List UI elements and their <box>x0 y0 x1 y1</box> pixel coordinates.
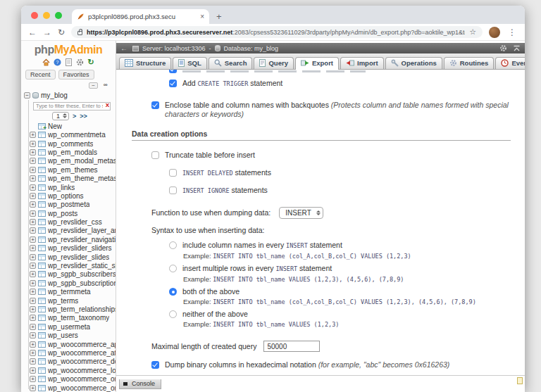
zoom-window-button[interactable] <box>55 12 62 19</box>
new-tab-button[interactable]: + <box>209 11 230 24</box>
table-row[interactable]: wp_em_modal_metas <box>21 157 116 165</box>
last-page-link[interactable]: >> <box>80 113 87 120</box>
server-breadcrumb[interactable]: Server: localhost:3306 <box>142 45 206 52</box>
page-corner-icon[interactable] <box>517 377 523 384</box>
expand-icon[interactable] <box>30 385 36 391</box>
expand-icon[interactable] <box>30 132 36 138</box>
checkbox[interactable] <box>169 70 177 73</box>
filter-input[interactable] <box>33 102 111 110</box>
database-breadcrumb[interactable]: Database: my_blog <box>224 45 279 52</box>
table-row[interactable]: wp_woocommerce_order_iter <box>21 384 116 392</box>
checkbox[interactable] <box>169 186 177 194</box>
table-row[interactable]: wp_terms <box>21 296 116 305</box>
radio[interactable] <box>169 265 177 272</box>
table-row[interactable]: wp_woocommerce_api_keys <box>21 340 116 348</box>
table-row[interactable]: wp_sgpb_subscription_error_ <box>21 279 116 287</box>
reload-icon[interactable]: ↻ <box>58 27 65 37</box>
expand-icon[interactable] <box>30 367 36 374</box>
radio[interactable] <box>169 288 177 296</box>
expand-icon[interactable] <box>30 175 36 182</box>
table-row[interactable]: wp_em_modals <box>21 148 116 156</box>
collapse-icon[interactable] <box>24 92 30 99</box>
collapse-panel-icon[interactable] <box>513 45 521 51</box>
table-row[interactable]: wp_em_themes <box>21 165 116 174</box>
refresh-icon[interactable]: ↻ <box>87 58 95 66</box>
table-row[interactable]: wp_revslider_navigations <box>21 235 116 244</box>
bookmark-star-icon[interactable]: ☆ <box>469 27 476 37</box>
back-icon[interactable]: ← <box>28 27 37 37</box>
tab-structure[interactable]: Structure <box>119 57 171 69</box>
phpmyadmin-logo[interactable]: phpMyAdmin <box>21 41 116 57</box>
home-icon[interactable] <box>42 58 50 66</box>
tab-export[interactable]: Export <box>295 57 339 70</box>
table-row[interactable]: wp_revslider_slides <box>21 253 116 261</box>
expand-icon[interactable] <box>30 236 36 243</box>
checkbox[interactable] <box>151 361 159 369</box>
expand-icon[interactable] <box>30 149 36 156</box>
table-row[interactable]: wp_revslider_layer_animation <box>21 227 116 235</box>
nav-back-icon[interactable]: ← <box>120 44 128 52</box>
expand-icon[interactable] <box>30 289 36 295</box>
expand-icon[interactable] <box>30 167 36 173</box>
radio[interactable] <box>169 241 177 249</box>
table-row[interactable]: wp_options <box>21 191 116 200</box>
minimize-window-button[interactable] <box>43 12 50 19</box>
table-row[interactable]: wp_posts <box>21 209 116 217</box>
table-row[interactable]: wp_revslider_sliders <box>21 244 116 253</box>
table-row[interactable]: wp_postmeta <box>21 201 116 209</box>
table-row[interactable]: wp_em_theme_metas <box>21 174 116 182</box>
database-node[interactable]: my_blog <box>21 91 116 100</box>
table-row[interactable]: wp_revslider_css <box>21 217 116 226</box>
url-bar[interactable]: https://p3plcpnl0896.prod.phx3.secureser… <box>71 26 483 38</box>
settings-gear-icon[interactable] <box>76 58 84 66</box>
table-row[interactable]: wp_termmeta <box>21 288 116 296</box>
expand-icon[interactable] <box>30 306 36 312</box>
documentation-icon[interactable] <box>65 58 73 66</box>
checkbox[interactable] <box>151 101 159 109</box>
expand-icon[interactable] <box>30 263 36 269</box>
expand-icon[interactable] <box>30 350 36 356</box>
new-table-item[interactable]: New <box>21 122 116 131</box>
table-row[interactable]: wp_sgpb_subscribers <box>21 270 116 279</box>
expand-icon[interactable] <box>30 358 36 365</box>
function-select[interactable]: INSERT <box>279 207 323 219</box>
close-window-button[interactable] <box>31 12 38 19</box>
table-row[interactable]: wp_usermeta <box>21 322 116 331</box>
table-row[interactable]: wp_comments <box>21 139 116 148</box>
expand-icon[interactable] <box>30 158 36 164</box>
tab-routines[interactable]: Routines <box>444 57 495 69</box>
tab-operations[interactable]: Operations <box>385 57 442 69</box>
expand-icon[interactable] <box>30 245 36 251</box>
table-row[interactable]: wp_woocommerce_attribute_ <box>21 348 116 357</box>
table-row[interactable]: wp_term_taxonomy <box>21 314 116 322</box>
collapse-all-icon[interactable] <box>89 82 98 89</box>
expand-icon[interactable] <box>30 201 36 208</box>
expand-icon[interactable] <box>30 376 36 382</box>
max-length-input[interactable] <box>263 341 320 352</box>
checkbox[interactable] <box>169 80 177 87</box>
tab-events[interactable]: Events <box>495 57 525 69</box>
table-row[interactable]: wp_woocommerce_order_iter <box>21 374 116 383</box>
expand-icon[interactable] <box>30 315 36 321</box>
table-row[interactable]: wp_woocommerce_download <box>21 358 116 366</box>
expand-icon[interactable] <box>30 254 36 260</box>
tab-close-icon[interactable]: × <box>200 13 204 20</box>
unlink-panel-icon[interactable] <box>101 82 110 89</box>
browser-tab[interactable]: p3plcpnl0896.prod.phx3.secu × <box>72 9 209 24</box>
expand-icon[interactable] <box>30 332 36 339</box>
expand-icon[interactable] <box>30 271 36 277</box>
tab-query[interactable]: Query <box>254 57 293 69</box>
forward-icon[interactable]: → <box>43 27 51 37</box>
tab-sql[interactable]: SQL <box>173 57 207 69</box>
table-row[interactable]: wp_term_relationships <box>21 305 116 313</box>
table-row[interactable]: wp_commentmeta <box>21 131 116 139</box>
browser-menu-icon[interactable]: ⋮ <box>506 27 518 37</box>
expand-icon[interactable] <box>30 210 36 217</box>
clear-filter-icon[interactable]: X <box>106 102 109 108</box>
table-row[interactable]: wp_users <box>21 331 116 339</box>
help-icon[interactable]: ? <box>54 58 61 66</box>
expand-icon[interactable] <box>30 141 36 147</box>
table-row[interactable]: wp_links <box>21 183 116 191</box>
expand-icon[interactable] <box>30 227 36 234</box>
expand-icon[interactable] <box>30 219 36 225</box>
